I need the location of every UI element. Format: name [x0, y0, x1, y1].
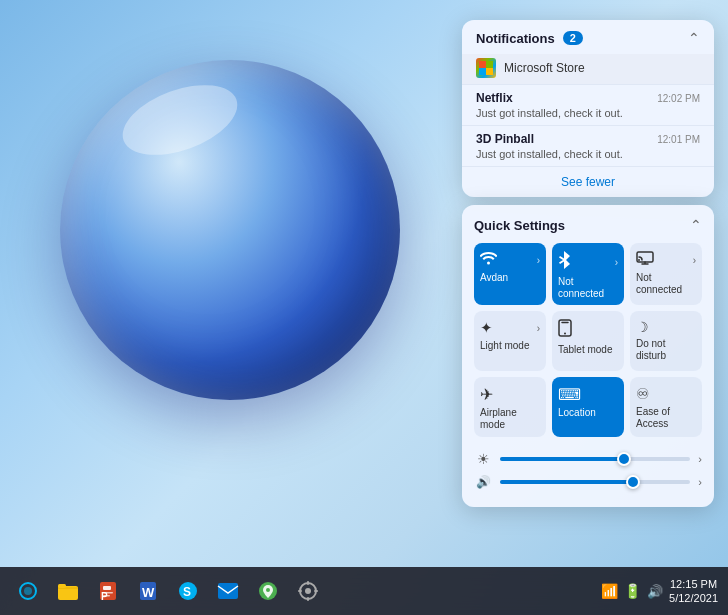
- qs-tile-location[interactable]: ⌨ Location: [552, 377, 624, 437]
- qs-tile-wifi[interactable]: › Avdan: [474, 243, 546, 305]
- qs-tile-bluetooth-inner: › Not connected: [558, 251, 618, 300]
- svg-point-10: [24, 587, 32, 595]
- taskbar-system-tray: 📶 🔋 🔊 12:15 PM 5/12/2021: [601, 577, 718, 606]
- qs-tile-cast[interactable]: › Not connected: [630, 243, 702, 305]
- qs-tile-dnd-label: Do not disturb: [636, 338, 696, 362]
- notifications-card: Notifications 2 ⌃ Microsoft Store Netfli…: [462, 20, 714, 197]
- svg-point-7: [564, 333, 566, 335]
- svg-rect-14: [103, 586, 111, 590]
- quick-settings-collapse-button[interactable]: ⌃: [690, 217, 702, 233]
- quick-settings-header: Quick Settings ⌃: [474, 217, 702, 233]
- qs-tile-bluetooth-top: ›: [558, 251, 618, 273]
- see-fewer-button[interactable]: See fewer: [462, 166, 714, 197]
- qs-tile-tablet-mode[interactable]: Tablet mode: [552, 311, 624, 371]
- notifications-title-group: Notifications 2: [476, 31, 583, 46]
- location-icon: ⌨: [558, 385, 581, 404]
- accessibility-icon: ♾: [636, 385, 649, 403]
- wifi-chevron-icon[interactable]: ›: [537, 255, 540, 266]
- taskbar-wifi-icon: 📶: [601, 583, 618, 599]
- qs-tile-eoa-top: ♾: [636, 385, 696, 403]
- notification-app-name: Netflix: [476, 91, 513, 105]
- notification-app-name-2: 3D Pinball: [476, 132, 534, 146]
- quick-settings-title: Quick Settings: [474, 218, 565, 233]
- taskbar-icon-settings[interactable]: [290, 573, 326, 609]
- taskbar-volume-icon: 🔊: [647, 584, 663, 599]
- taskbar-icon-file-explorer[interactable]: [50, 573, 86, 609]
- cast-chevron-icon[interactable]: ›: [693, 255, 696, 266]
- volume-slider-icon: 🔊: [474, 475, 492, 489]
- notification-item-top-2: 3D Pinball 12:01 PM: [476, 132, 700, 146]
- cast-icon: [636, 251, 654, 269]
- notification-group-header: Microsoft Store: [462, 54, 714, 84]
- svg-rect-3: [486, 68, 493, 75]
- taskbar: P W S: [0, 567, 728, 615]
- qs-tile-wifi-label: Avdan: [480, 272, 508, 284]
- ms-store-icon: [476, 58, 496, 78]
- qs-tile-location-inner: ⌨ Location: [558, 385, 618, 419]
- notification-group-name: Microsoft Store: [504, 61, 585, 75]
- qs-tile-airplane-mode[interactable]: ✈ Airplane mode: [474, 377, 546, 437]
- qs-tile-do-not-disturb[interactable]: ☽ Do not disturb: [630, 311, 702, 371]
- brightness-slider-row: ☀ ›: [474, 447, 702, 471]
- volume-slider-row: 🔊 ›: [474, 471, 702, 493]
- wallpaper-decoration: [60, 60, 400, 400]
- taskbar-icon-powerpoint[interactable]: P: [90, 573, 126, 609]
- svg-rect-28: [307, 597, 309, 601]
- notifications-collapse-button[interactable]: ⌃: [688, 30, 700, 46]
- notification-body-2: Just got installed, check it out.: [476, 148, 700, 160]
- volume-slider-wrap: [500, 480, 690, 484]
- quick-settings-grid: › Avdan › Not connecte: [474, 243, 702, 437]
- taskbar-icon-word[interactable]: W: [130, 573, 166, 609]
- qs-tile-wifi-inner: › Avdan: [480, 251, 540, 284]
- notification-item-top: Netflix 12:02 PM: [476, 91, 700, 105]
- bluetooth-icon: [558, 251, 570, 273]
- notification-body: Just got installed, check it out.: [476, 107, 700, 119]
- taskbar-time-display: 12:15 PM: [670, 577, 717, 591]
- taskbar-date-display: 5/12/2021: [669, 591, 718, 605]
- action-center-panel: Notifications 2 ⌃ Microsoft Store Netfli…: [462, 20, 714, 507]
- bluetooth-chevron-icon[interactable]: ›: [615, 257, 618, 268]
- qs-tile-eoa-inner: ♾ Ease of Access: [636, 385, 696, 430]
- airplane-icon: ✈: [480, 385, 493, 404]
- svg-point-24: [266, 588, 270, 592]
- moon-icon: ☽: [636, 319, 649, 335]
- notification-item-netflix[interactable]: Netflix 12:02 PM Just got installed, che…: [462, 84, 714, 125]
- notifications-count: 2: [563, 31, 583, 45]
- notifications-title: Notifications: [476, 31, 555, 46]
- svg-rect-29: [298, 590, 302, 592]
- volume-slider-arrow[interactable]: ›: [698, 476, 702, 488]
- qs-tile-light-mode-top: ✦ ›: [480, 319, 540, 337]
- notification-time: 12:02 PM: [657, 93, 700, 104]
- taskbar-clock[interactable]: 12:15 PM 5/12/2021: [669, 577, 718, 606]
- qs-tile-light-mode[interactable]: ✦ › Light mode: [474, 311, 546, 371]
- svg-rect-22: [218, 583, 238, 599]
- qs-tile-cast-inner: › Not connected: [636, 251, 696, 296]
- brightness-slider-arrow[interactable]: ›: [698, 453, 702, 465]
- taskbar-icon-mail[interactable]: [210, 573, 246, 609]
- qs-tile-airplane-label: Airplane mode: [480, 407, 540, 431]
- qs-tile-eoa-label: Ease of Access: [636, 406, 696, 430]
- notification-item-pinball[interactable]: 3D Pinball 12:01 PM Just got installed, …: [462, 125, 714, 166]
- notification-time-2: 12:01 PM: [657, 134, 700, 145]
- qs-tile-light-mode-inner: ✦ › Light mode: [480, 319, 540, 352]
- qs-tile-wifi-top: ›: [480, 251, 540, 269]
- taskbar-icon-maps[interactable]: [250, 573, 286, 609]
- qs-tile-dnd-top: ☽: [636, 319, 696, 335]
- qs-tile-bluetooth[interactable]: › Not connected: [552, 243, 624, 305]
- svg-rect-27: [307, 581, 309, 585]
- taskbar-icon-skype[interactable]: S: [170, 573, 206, 609]
- svg-text:W: W: [142, 585, 155, 600]
- notifications-header: Notifications 2 ⌃: [462, 20, 714, 54]
- qs-tile-bluetooth-label: Not connected: [558, 276, 618, 300]
- svg-text:S: S: [183, 585, 191, 599]
- light-mode-chevron-icon[interactable]: ›: [537, 323, 540, 334]
- qs-tile-cast-label: Not connected: [636, 272, 696, 296]
- taskbar-icon-cortana[interactable]: [10, 573, 46, 609]
- qs-tile-tablet-mode-label: Tablet mode: [558, 344, 612, 356]
- qs-tile-airplane-inner: ✈ Airplane mode: [480, 385, 540, 431]
- svg-rect-2: [479, 68, 486, 75]
- qs-tile-ease-of-access[interactable]: ♾ Ease of Access: [630, 377, 702, 437]
- svg-rect-0: [479, 61, 486, 68]
- wifi-icon: [480, 251, 497, 269]
- tablet-icon: [558, 319, 572, 341]
